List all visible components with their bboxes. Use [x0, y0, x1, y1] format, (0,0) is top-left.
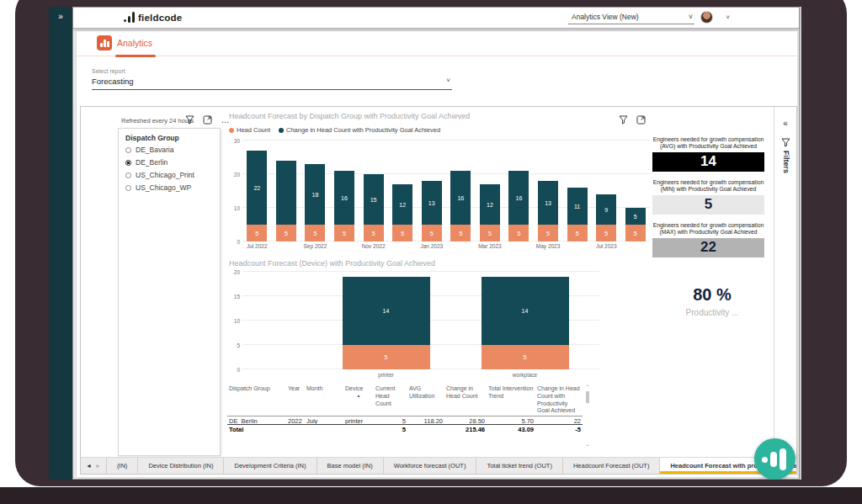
scrollbar-thumb[interactable]	[586, 391, 589, 403]
bar-segment[interactable]	[276, 161, 296, 225]
page-tab-workforce-forecast-out-[interactable]: Workforce forecast (OUT)	[383, 458, 476, 474]
bar-segment[interactable]: 5	[538, 225, 558, 241]
legend-item[interactable]: Head Count	[229, 126, 270, 134]
bar-segment[interactable]: 13	[538, 181, 558, 225]
sidebar-expand-icon[interactable]: »	[49, 12, 72, 21]
column-header[interactable]: Dispatch Group	[227, 385, 286, 416]
page-tab-development-criteria-in-[interactable]: Development Criteria (IN)	[223, 458, 316, 474]
chart1-x-axis: Jul 2022Sep 2022Nov 2022Jan 2023Mar 2023…	[242, 243, 650, 249]
focus-mode-icon[interactable]	[635, 114, 647, 126]
column-header[interactable]: Current Head Count	[374, 385, 407, 416]
bar-Aug 2023[interactable]: 55	[621, 141, 651, 241]
fieldcode-bubble-logo[interactable]	[754, 438, 795, 480]
bar-segment[interactable]: 14	[343, 277, 430, 345]
radio-icon[interactable]	[125, 147, 131, 153]
bar-segment[interactable]: 5	[305, 225, 325, 241]
radio-option-US_Chicago_Print[interactable]: US_Chicago_Print	[125, 171, 220, 179]
bar-segment[interactable]: 5	[625, 225, 646, 241]
bar-segment[interactable]: 5	[508, 225, 529, 241]
radio-option-US_Chicago_WP[interactable]: US_Chicago_WP	[125, 183, 220, 192]
bar-Jul 2023[interactable]: 95	[592, 141, 621, 241]
bar-segment[interactable]: 5	[482, 345, 569, 369]
bar-segment[interactable]: 5	[480, 225, 500, 241]
column-header[interactable]: AVG Utilization	[407, 385, 444, 416]
bar-Dec 2022[interactable]: 125	[388, 141, 418, 241]
x-axis-label	[621, 243, 651, 249]
scroll-up-icon[interactable]: ⌃	[584, 385, 591, 390]
radio-option-DE_Bavaria[interactable]: DE_Bavaria	[125, 146, 220, 154]
radio-selected-icon[interactable]	[125, 160, 131, 166]
bar-segment[interactable]: 5	[625, 208, 646, 225]
bar-segment[interactable]: 15	[364, 174, 384, 225]
next-page-icon[interactable]: ►	[95, 463, 101, 469]
filter-icon[interactable]	[184, 114, 196, 126]
bar-segment[interactable]: 5	[596, 225, 616, 241]
bar-segment[interactable]: 16	[450, 171, 471, 225]
bar-segment[interactable]: 9	[596, 194, 616, 225]
report-select-value: Forecasting	[92, 77, 134, 86]
report-select-dropdown[interactable]: Forecasting ˅	[92, 74, 452, 90]
page-tab--in-[interactable]: (IN)	[106, 458, 138, 474]
bar-Apr 2023[interactable]: 165	[504, 141, 534, 241]
legend-item[interactable]: Change in Head Count with Productivity G…	[279, 126, 440, 134]
bar-segment[interactable]: 5	[247, 225, 267, 241]
page-tab-base-model-in-[interactable]: Base model (IN)	[317, 458, 383, 474]
bar-segment[interactable]: 5	[450, 225, 471, 241]
bar-workplace[interactable]: 145	[455, 272, 594, 369]
bar-segment[interactable]: 5	[364, 225, 384, 241]
scroll-down-icon[interactable]: ⌄	[584, 442, 591, 447]
bar-segment[interactable]: 12	[480, 184, 500, 225]
column-header[interactable]: Year	[286, 385, 305, 416]
bar-Feb 2023[interactable]: 165	[446, 141, 476, 241]
filters-pane[interactable]: « Filters	[774, 107, 796, 475]
column-header[interactable]: Device▲	[343, 385, 374, 416]
y-axis-tick: 10	[229, 205, 240, 211]
bar-segment[interactable]: 12	[392, 184, 412, 225]
bar-Jul 2022[interactable]: 225	[242, 141, 272, 241]
device-stand	[0, 487, 862, 504]
bar-segment[interactable]: 14	[482, 277, 569, 345]
table-scrollbar[interactable]: ⌃ ⌄	[584, 385, 591, 459]
column-header[interactable]: Month	[305, 385, 343, 416]
tab-analytics[interactable]: Analytics	[117, 38, 152, 48]
bar-segment[interactable]: 5	[392, 225, 412, 241]
bar-segment[interactable]: 5	[276, 225, 296, 241]
kpi-title: Engineers needed for growth compensation…	[652, 179, 764, 194]
column-header[interactable]: Change in Head Count with Productivity G…	[535, 385, 583, 416]
bar-segment[interactable]: 16	[508, 171, 529, 225]
focus-mode-icon[interactable]	[201, 114, 214, 126]
bar-segment[interactable]: 22	[247, 151, 267, 225]
bar-May 2023[interactable]: 135	[534, 141, 563, 241]
page-tab-total-ticket-trend-out-[interactable]: Total ticket trend (OUT)	[476, 458, 562, 474]
bar-segment[interactable]: 16	[334, 171, 354, 225]
filters-expand-icon[interactable]: «	[774, 119, 796, 128]
bar-segment[interactable]: 11	[567, 188, 588, 225]
user-avatar[interactable]	[700, 11, 713, 24]
analytics-view-select[interactable]: Analytics View (New) ˅	[568, 11, 694, 24]
bar-Mar 2023[interactable]: 125	[476, 141, 505, 241]
bar-Nov 2022[interactable]: 155	[359, 141, 388, 241]
bar-Aug 2022[interactable]: 5	[272, 141, 301, 241]
page-tab-device-distribution-in-[interactable]: Device Distribution (IN)	[137, 458, 223, 474]
prev-page-icon[interactable]: ◄	[86, 463, 92, 469]
bar-Jun 2023[interactable]: 115	[562, 141, 592, 241]
column-header[interactable]: Change in Head Count	[444, 385, 487, 416]
filter-icon[interactable]	[617, 114, 630, 126]
radio-icon[interactable]	[125, 172, 131, 178]
page-tab-headcount-forecast-out-[interactable]: Headcount Forecast (OUT)	[562, 458, 659, 474]
bar-Sep 2022[interactable]: 185	[301, 141, 330, 241]
user-menu-chevron-icon[interactable]: ˅	[726, 13, 730, 21]
bar-segment[interactable]: 13	[422, 181, 442, 225]
bar-segment[interactable]: 5	[567, 225, 588, 241]
bar-segment[interactable]: 5	[422, 225, 442, 241]
bar-Jan 2023[interactable]: 135	[417, 141, 446, 241]
bar-segment[interactable]: 5	[343, 345, 430, 369]
radio-option-DE_Berlin[interactable]: DE_Berlin	[125, 158, 220, 167]
bar-Oct 2022[interactable]: 165	[330, 141, 359, 241]
bar-printer[interactable]: 145	[317, 272, 455, 369]
bar-segment[interactable]: 5	[334, 225, 354, 241]
bar-segment[interactable]: 18	[305, 164, 325, 225]
table-row[interactable]: DE_Berlin2022Julyprinter5118.2028.505.70…	[227, 416, 583, 425]
column-header[interactable]: Total Intervention Trend	[487, 385, 535, 416]
radio-icon[interactable]	[125, 185, 131, 191]
